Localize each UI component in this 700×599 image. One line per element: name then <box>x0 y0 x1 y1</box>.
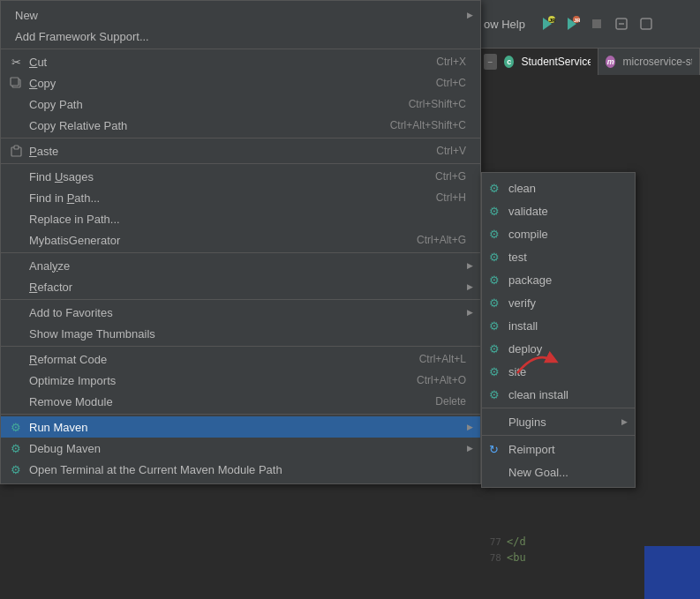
debug-maven-icon: ⚙ <box>8 442 24 455</box>
maven-item-validate[interactable]: ⚙ validate <box>482 199 635 222</box>
minimize-button[interactable]: − <box>484 54 497 70</box>
paste-icon <box>8 145 24 157</box>
maven-label-new-goal: New Goal... <box>508 466 568 479</box>
menu-label-paste: Paste <box>29 145 418 158</box>
gear-icon-test: ⚙ <box>489 251 500 264</box>
menu-label-thumbnails: Show Image Thumbnails <box>29 327 466 341</box>
gear-icon-site: ⚙ <box>489 365 500 378</box>
maven-item-test[interactable]: ⚙ test <box>482 245 635 268</box>
maven-item-verify[interactable]: ⚙ verify <box>482 291 635 314</box>
svg-rect-11 <box>11 78 19 86</box>
divider-4 <box>1 252 480 253</box>
svg-rect-9 <box>641 19 651 29</box>
class-icon: c <box>504 56 515 68</box>
svg-text:JR: JR <box>549 18 555 23</box>
menu-item-thumbnails[interactable]: Show Image Thumbnails <box>1 323 480 344</box>
toolbar-title: ow Help <box>484 18 525 31</box>
menu-item-copy-relative-path[interactable]: Copy Relative Path Ctrl+Alt+Shift+C <box>1 115 480 136</box>
divider-2 <box>1 138 480 139</box>
gear-icon-clean-install: ⚙ <box>489 388 500 401</box>
coverage-icon[interactable] <box>636 14 656 34</box>
context-menu-left: New Add Framework Support... ✂ Cut Ctrl+… <box>0 0 481 484</box>
copy-path-shortcut: Ctrl+Shift+C <box>409 98 466 110</box>
menu-item-reformat[interactable]: Reformat Code Ctrl+Alt+L <box>1 348 480 370</box>
maven-submenu: ⚙ clean ⚙ validate ⚙ compile ⚙ test ⚙ pa… <box>481 172 636 488</box>
mybatis-shortcut: Ctrl+Alt+G <box>417 234 466 246</box>
red-arrow-annotation <box>508 342 561 378</box>
maven-item-package[interactable]: ⚙ package <box>482 268 635 291</box>
find-in-path-shortcut: Ctrl+H <box>436 191 466 204</box>
menu-label-open-terminal: Open Terminal at the Current Maven Modul… <box>29 463 466 476</box>
menu-label-copy-relative-path: Copy Relative Path <box>29 119 373 132</box>
gear-icon-verify: ⚙ <box>489 296 500 310</box>
menu-item-copy-path[interactable]: Copy Path Ctrl+Shift+C <box>1 94 480 115</box>
menu-label-cut: Cut <box>29 56 418 69</box>
run-maven-icon: ⚙ <box>8 421 24 434</box>
maven-item-compile[interactable]: ⚙ compile <box>482 222 635 245</box>
stop-icon[interactable] <box>587 14 606 34</box>
paste-shortcut: Ctrl+V <box>436 145 466 157</box>
ide-toolbar: ow Help JR JR <box>477 0 700 49</box>
copy-icon <box>8 77 24 89</box>
menu-item-copy[interactable]: Copy Ctrl+C <box>1 72 480 94</box>
menu-item-replace-in-path[interactable]: Replace in Path... <box>1 208 480 229</box>
maven-label-reimport: Reimport <box>508 443 555 456</box>
tab-microservice[interactable]: m microservice-stud <box>598 49 700 75</box>
svg-rect-13 <box>14 146 19 149</box>
menu-item-add-framework[interactable]: Add Framework Support... <box>1 26 480 47</box>
find-usages-shortcut: Ctrl+G <box>435 170 466 183</box>
menu-item-paste[interactable]: Paste Ctrl+V <box>1 140 480 161</box>
gear-icon-install: ⚙ <box>489 319 500 333</box>
maven-label-clean-install: clean install <box>508 388 568 401</box>
menu-item-find-in-path[interactable]: Find in Path... Ctrl+H <box>1 187 480 208</box>
debug-icon[interactable]: JR <box>562 14 582 34</box>
menu-label-new: New <box>15 9 466 22</box>
maven-label-test: test <box>508 251 527 264</box>
menu-label-reformat: Reformat Code <box>29 353 402 366</box>
gear-icon-deploy: ⚙ <box>489 342 500 356</box>
maven-label-install: install <box>508 319 538 333</box>
maven-item-clean-install[interactable]: ⚙ clean install <box>482 383 635 406</box>
tab-student-service[interactable]: − c StudentServiceIm <box>477 49 598 75</box>
svg-rect-6 <box>592 19 601 28</box>
menu-label-find-in-path: Find in Path... <box>29 191 418 205</box>
menu-item-optimize[interactable]: Optimize Imports Ctrl+Alt+O <box>1 370 480 391</box>
maven-divider-1 <box>482 408 635 408</box>
code-line-78: <bu <box>507 551 526 564</box>
reformat-shortcut: Ctrl+Alt+L <box>419 353 466 365</box>
profile-icon[interactable] <box>612 14 631 34</box>
menu-item-run-maven[interactable]: ⚙ Run Maven <box>1 416 480 438</box>
menu-item-find-usages[interactable]: Find Usages Ctrl+G <box>1 166 480 187</box>
plugins-arrow: ▶ <box>621 417 628 426</box>
menu-label-find-usages: Find Usages <box>29 170 418 183</box>
divider-6 <box>1 346 480 347</box>
gear-icon-package: ⚙ <box>489 273 500 287</box>
maven-item-new-goal[interactable]: ⚙ New Goal... <box>482 460 635 483</box>
maven-item-clean[interactable]: ⚙ clean <box>482 176 635 199</box>
menu-item-open-terminal[interactable]: ⚙ Open Terminal at the Current Maven Mod… <box>1 459 480 480</box>
gear-icon-validate: ⚙ <box>489 205 500 218</box>
divider-5 <box>1 299 480 300</box>
menu-label-run-maven: Run Maven <box>29 421 466 434</box>
menu-item-favorites[interactable]: Add to Favorites <box>1 302 480 323</box>
run-icon[interactable]: JR <box>538 14 557 34</box>
menu-item-mybatis[interactable]: MybatisGenerator Ctrl+Alt+G <box>1 229 480 251</box>
maven-item-reimport[interactable]: ↻ Reimport <box>482 438 635 460</box>
maven-label-validate: validate <box>508 205 548 218</box>
svg-text:JR: JR <box>574 18 580 23</box>
tab-label-1: StudentServiceIm <box>521 56 590 68</box>
menu-item-remove-module[interactable]: Remove Module Delete <box>1 391 480 412</box>
menu-item-new[interactable]: New <box>1 4 480 26</box>
menu-item-refactor[interactable]: Refactor <box>1 276 480 297</box>
menu-label-mybatis: MybatisGenerator <box>29 234 399 247</box>
menu-item-analyze[interactable]: Analyze <box>1 255 480 276</box>
menu-item-cut[interactable]: ✂ Cut Ctrl+X <box>1 51 480 72</box>
divider-7 <box>1 414 480 415</box>
maven-label-compile: compile <box>508 228 548 241</box>
maven-item-install[interactable]: ⚙ install <box>482 314 635 337</box>
menu-item-debug-maven[interactable]: ⚙ Debug Maven <box>1 438 480 459</box>
maven-label-verify: verify <box>508 296 536 310</box>
maven-item-plugins[interactable]: ⚙ Plugins ▶ <box>482 410 635 433</box>
maven-divider-2 <box>482 435 635 436</box>
cut-icon: ✂ <box>8 56 24 69</box>
